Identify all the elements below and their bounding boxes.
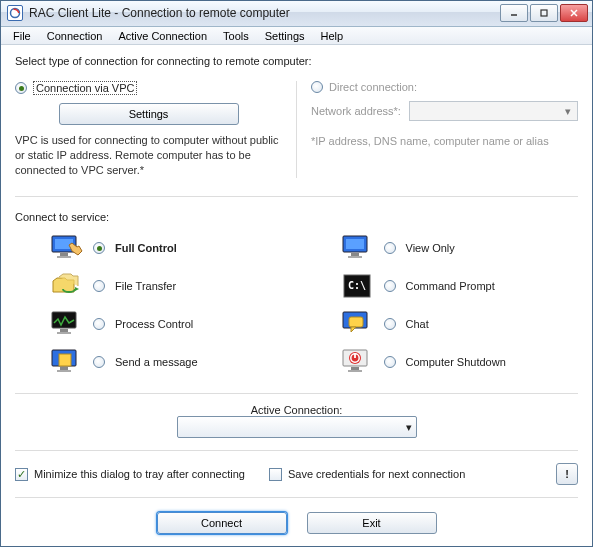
maximize-button[interactable] — [530, 4, 558, 22]
terminal-icon: C:\ — [340, 271, 374, 301]
service-chat: Chat — [312, 309, 573, 339]
service-shutdown-label: Computer Shutdown — [406, 356, 506, 368]
app-window: RAC Client Lite - Connection to remote c… — [0, 0, 593, 547]
radio-full-control[interactable] — [93, 242, 105, 254]
menu-tools[interactable]: Tools — [215, 28, 257, 44]
svg-text:C:\: C:\ — [348, 280, 366, 291]
checkbox-minimize-to-tray[interactable]: ✓ — [15, 468, 28, 481]
chevron-down-icon: ▾ — [406, 421, 412, 434]
radio-send-message[interactable] — [93, 356, 105, 368]
service-command-prompt-label: Command Prompt — [406, 280, 495, 292]
dialog-buttons: Connect Exit — [15, 498, 578, 534]
radio-direct-label: Direct connection: — [329, 81, 417, 93]
menubar: File Connection Active Connection Tools … — [1, 27, 592, 46]
minimize-button[interactable] — [500, 4, 528, 22]
network-address-label: Network address*: — [311, 105, 401, 117]
monitor-icon — [340, 233, 374, 263]
vpc-description: VPC is used for connecting to computer w… — [15, 133, 282, 178]
svg-rect-20 — [349, 317, 363, 327]
options-row: ✓ Minimize this dialog to tray after con… — [15, 451, 578, 498]
window-title: RAC Client Lite - Connection to remote c… — [29, 6, 500, 20]
service-command-prompt: C:\ Command Prompt — [312, 271, 573, 301]
svg-rect-10 — [346, 239, 364, 249]
window-controls — [500, 4, 588, 22]
service-shutdown: Computer Shutdown — [312, 347, 573, 377]
network-address-combobox[interactable]: ▾ — [409, 101, 578, 121]
service-send-message-label: Send a message — [115, 356, 198, 368]
service-view-only-label: View Only — [406, 242, 455, 254]
svg-rect-25 — [57, 370, 71, 372]
checkbox-minimize-label: Minimize this dialog to tray after conne… — [34, 468, 245, 480]
exit-button[interactable]: Exit — [307, 512, 437, 534]
svg-rect-2 — [541, 10, 547, 16]
svg-marker-13 — [75, 287, 79, 291]
radio-chat[interactable] — [384, 318, 396, 330]
service-process-control: Process Control — [21, 309, 282, 339]
active-connection-label: Active Connection: — [251, 404, 343, 416]
radio-direct[interactable] — [311, 81, 323, 93]
vpc-panel: Connection via VPC Settings VPC is used … — [15, 81, 296, 178]
radio-shutdown[interactable] — [384, 356, 396, 368]
active-connection-combobox[interactable]: ▾ — [177, 416, 417, 438]
svg-rect-7 — [60, 253, 68, 256]
menu-file[interactable]: File — [5, 28, 39, 44]
chat-bubble-icon — [340, 309, 374, 339]
svg-rect-11 — [351, 253, 359, 256]
svg-rect-12 — [348, 256, 362, 258]
connection-type-panels: Connection via VPC Settings VPC is used … — [15, 81, 578, 197]
service-full-control-label: Full Control — [115, 242, 177, 254]
radio-view-only[interactable] — [384, 242, 396, 254]
power-icon — [340, 347, 374, 377]
radio-vpc[interactable] — [15, 82, 27, 94]
connect-to-service-label: Connect to service: — [15, 211, 578, 223]
svg-rect-8 — [57, 256, 71, 258]
service-file-transfer: File Transfer — [21, 271, 282, 301]
prompt-text: Select type of connection for connecting… — [15, 55, 578, 67]
menu-help[interactable]: Help — [313, 28, 352, 44]
info-button[interactable]: ! — [556, 463, 578, 485]
services-grid: Full Control View Only File Transfer C:\ — [15, 233, 578, 394]
svg-rect-17 — [60, 329, 68, 332]
service-file-transfer-label: File Transfer — [115, 280, 176, 292]
active-connection-section: Active Connection: ▾ — [15, 394, 578, 451]
radio-process-control[interactable] — [93, 318, 105, 330]
titlebar: RAC Client Lite - Connection to remote c… — [1, 1, 592, 27]
service-chat-label: Chat — [406, 318, 429, 330]
service-view-only: View Only — [312, 233, 573, 263]
menu-active-connection[interactable]: Active Connection — [110, 28, 215, 44]
svg-rect-24 — [60, 367, 68, 370]
chevron-down-icon: ▾ — [561, 104, 575, 118]
checkbox-save-credentials-label: Save credentials for next connection — [288, 468, 465, 480]
folder-transfer-icon — [49, 271, 83, 301]
svg-rect-23 — [59, 354, 71, 366]
checkbox-save-credentials[interactable] — [269, 468, 282, 481]
svg-rect-31 — [348, 370, 362, 372]
close-button[interactable] — [560, 4, 588, 22]
process-monitor-icon — [49, 309, 83, 339]
menu-connection[interactable]: Connection — [39, 28, 111, 44]
info-icon-label: ! — [565, 468, 569, 480]
service-send-message: Send a message — [21, 347, 282, 377]
minimize-icon — [509, 8, 519, 18]
svg-rect-30 — [351, 367, 359, 370]
close-icon — [569, 8, 579, 18]
vpc-settings-button[interactable]: Settings — [59, 103, 239, 125]
app-icon — [7, 5, 23, 21]
connect-button[interactable]: Connect — [157, 512, 287, 534]
network-address-hint: *IP address, DNS name, computer name or … — [311, 135, 578, 147]
radio-command-prompt[interactable] — [384, 280, 396, 292]
menu-settings[interactable]: Settings — [257, 28, 313, 44]
radio-vpc-label: Connection via VPC — [33, 81, 137, 95]
svg-rect-18 — [57, 332, 71, 334]
client-area: Select type of connection for connecting… — [1, 45, 592, 546]
maximize-icon — [539, 8, 549, 18]
service-process-control-label: Process Control — [115, 318, 193, 330]
monitor-hand-icon — [49, 233, 83, 263]
radio-file-transfer[interactable] — [93, 280, 105, 292]
message-note-icon — [49, 347, 83, 377]
service-full-control: Full Control — [21, 233, 282, 263]
direct-panel: Direct connection: Network address*: ▾ *… — [296, 81, 578, 178]
svg-marker-21 — [351, 327, 356, 332]
